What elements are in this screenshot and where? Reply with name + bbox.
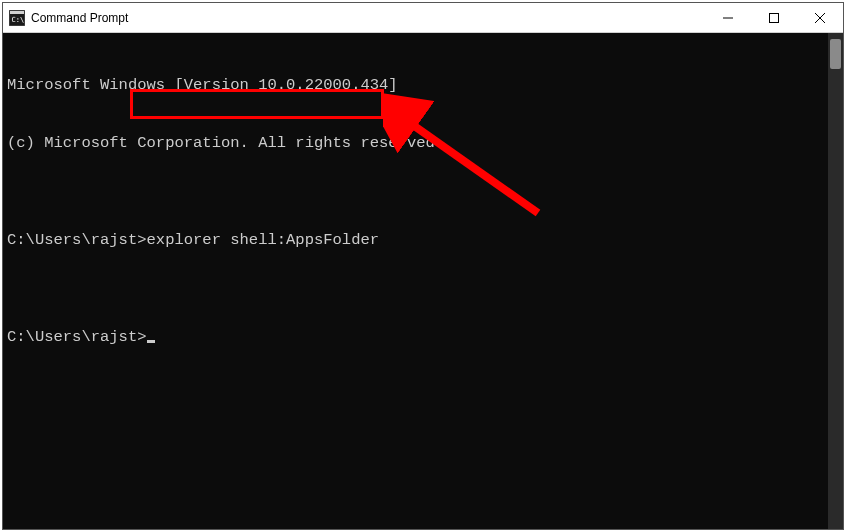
cmd-icon: C:\: [9, 10, 25, 26]
scroll-thumb[interactable]: [830, 39, 841, 69]
prompt-prefix: C:\Users\rajst>: [7, 328, 147, 347]
window-controls: [705, 3, 843, 32]
svg-rect-4: [770, 13, 779, 22]
svg-text:C:\: C:\: [12, 15, 25, 23]
titlebar[interactable]: C:\ Command Prompt: [3, 3, 843, 33]
typed-command: explorer shell:AppsFolder: [147, 231, 380, 250]
annotation-arrow-icon: [383, 93, 563, 233]
terminal-line: (c) Microsoft Corporation. All rights re…: [7, 134, 824, 153]
terminal-line: Microsoft Windows [Version 10.0.22000.43…: [7, 76, 824, 95]
window-title: Command Prompt: [31, 11, 705, 25]
maximize-button[interactable]: [751, 3, 797, 32]
svg-line-8: [403, 118, 538, 213]
terminal-line: C:\Users\rajst>: [7, 328, 824, 347]
vertical-scrollbar[interactable]: [828, 33, 843, 529]
terminal-output[interactable]: Microsoft Windows [Version 10.0.22000.43…: [3, 33, 828, 529]
minimize-button[interactable]: [705, 3, 751, 32]
svg-rect-1: [10, 11, 24, 14]
terminal-area[interactable]: Microsoft Windows [Version 10.0.22000.43…: [3, 33, 843, 529]
command-prompt-window: C:\ Command Prompt Microsoft Windows [Ve…: [2, 2, 844, 530]
prompt-prefix: C:\Users\rajst>: [7, 231, 147, 250]
close-button[interactable]: [797, 3, 843, 32]
terminal-line: C:\Users\rajst>explorer shell:AppsFolder: [7, 231, 824, 250]
cursor: [147, 340, 155, 343]
